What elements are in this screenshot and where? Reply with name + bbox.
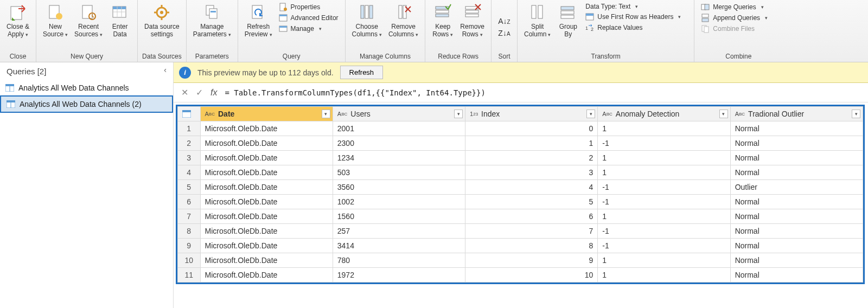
remove-columns-button[interactable]: Remove Columns <box>385 2 422 40</box>
properties-button[interactable]: Properties <box>278 2 340 12</box>
column-filter-button[interactable] <box>586 110 595 118</box>
enter-data-button[interactable]: Enter Data <box>106 2 134 39</box>
table-row[interactable]: 4Microsoft.OleDb.Date50331Normal <box>178 165 863 180</box>
column-header-anomaly[interactable]: ABCAnomaly Detection <box>598 107 730 121</box>
manage-parameters-button[interactable]: Manage Parameters <box>190 2 234 40</box>
cell-date[interactable]: Microsoft.OleDb.Date <box>200 268 333 283</box>
cell-anomaly[interactable]: 1 <box>598 165 730 180</box>
cell-anomaly[interactable]: -1 <box>598 239 730 253</box>
cell-outlier[interactable]: Normal <box>730 209 863 224</box>
new-source-button[interactable]: New Source <box>40 2 71 40</box>
recent-sources-button[interactable]: Recent Sources <box>71 2 106 40</box>
cell-index[interactable]: 2 <box>465 151 598 165</box>
row-number[interactable]: 8 <box>178 224 201 239</box>
column-filter-button[interactable] <box>719 110 728 118</box>
table-row[interactable]: 7Microsoft.OleDb.Date156061Normal <box>178 209 863 224</box>
table-row[interactable]: 2Microsoft.OleDb.Date23001-1Normal <box>178 136 863 151</box>
cell-date[interactable]: Microsoft.OleDb.Date <box>200 165 333 180</box>
row-number[interactable]: 9 <box>178 239 201 253</box>
cell-anomaly[interactable]: 1 <box>598 121 730 136</box>
cell-anomaly[interactable]: 1 <box>598 209 730 224</box>
cell-users[interactable]: 1972 <box>333 268 465 283</box>
cell-outlier[interactable]: Normal <box>730 253 863 268</box>
row-number[interactable]: 11 <box>178 268 201 283</box>
cell-outlier[interactable]: Normal <box>730 121 863 136</box>
refresh-preview-button[interactable]: Refresh Preview <box>241 2 276 40</box>
cell-index[interactable]: 9 <box>465 253 598 268</box>
formula-text[interactable]: = Table.TransformColumnTypes(df1,{{"Inde… <box>225 88 485 97</box>
table-row[interactable]: 6Microsoft.OleDb.Date10025-1Normal <box>178 195 863 209</box>
table-row[interactable]: 11Microsoft.OleDb.Date1972101Normal <box>178 268 863 283</box>
cell-anomaly[interactable]: -1 <box>598 136 730 151</box>
cell-index[interactable]: 10 <box>465 268 598 283</box>
cell-index[interactable]: 5 <box>465 195 598 209</box>
combine-files-button[interactable]: Combine Files <box>700 24 777 34</box>
grid-corner[interactable] <box>178 107 201 121</box>
cell-outlier[interactable]: Normal <box>730 239 863 253</box>
cell-anomaly[interactable]: -1 <box>598 224 730 239</box>
cell-outlier[interactable]: Normal <box>730 136 863 151</box>
column-filter-button[interactable] <box>852 110 860 118</box>
keep-rows-button[interactable]: Keep Rows <box>429 2 457 40</box>
cell-users[interactable]: 257 <box>333 224 465 239</box>
cell-users[interactable]: 1002 <box>333 195 465 209</box>
group-by-button[interactable]: Group By <box>554 2 582 39</box>
cell-date[interactable]: Microsoft.OleDb.Date <box>200 180 333 195</box>
row-number[interactable]: 7 <box>178 209 201 224</box>
fx-icon[interactable]: fx <box>210 88 217 98</box>
sort-desc-button[interactable]: Z↓A <box>498 29 510 37</box>
column-header-outlier[interactable]: ABCTradional Outlier <box>730 107 863 121</box>
cell-users[interactable]: 1234 <box>333 151 465 165</box>
cell-date[interactable]: Microsoft.OleDb.Date <box>200 121 333 136</box>
first-row-headers-button[interactable]: Use First Row as Headers <box>584 12 688 22</box>
row-number[interactable]: 4 <box>178 165 201 180</box>
notice-refresh-button[interactable]: Refresh <box>340 66 384 79</box>
sort-asc-button[interactable]: A↓Z <box>498 17 510 25</box>
column-filter-button[interactable] <box>322 110 330 118</box>
cell-anomaly[interactable]: 1 <box>598 151 730 165</box>
cell-anomaly[interactable]: -1 <box>598 180 730 195</box>
column-header-users[interactable]: ABCUsers <box>333 107 465 121</box>
cell-date[interactable]: Microsoft.OleDb.Date <box>200 209 333 224</box>
query-item-selected[interactable]: Analytics All Web Data Channels (2) <box>0 95 173 113</box>
cell-outlier[interactable]: Normal <box>730 151 863 165</box>
cell-index[interactable]: 6 <box>465 209 598 224</box>
cell-index[interactable]: 3 <box>465 165 598 180</box>
advanced-editor-button[interactable]: Advanced Editor <box>278 13 340 23</box>
cell-outlier[interactable]: Normal <box>730 165 863 180</box>
cell-users[interactable]: 2300 <box>333 136 465 151</box>
cell-anomaly[interactable]: 1 <box>598 253 730 268</box>
append-queries-button[interactable]: Append Queries <box>700 13 777 23</box>
row-number[interactable]: 1 <box>178 121 201 136</box>
data-type-button[interactable]: Data Type: Text <box>584 2 688 11</box>
cell-users[interactable]: 780 <box>333 253 465 268</box>
formula-cancel-icon[interactable]: ✕ <box>181 87 188 98</box>
collapse-pane-icon[interactable]: › <box>164 67 167 76</box>
cell-date[interactable]: Microsoft.OleDb.Date <box>200 151 333 165</box>
cell-index[interactable]: 8 <box>465 239 598 253</box>
table-row[interactable]: 10Microsoft.OleDb.Date78091Normal <box>178 253 863 268</box>
close-apply-button[interactable]: Close & Apply <box>3 2 33 40</box>
table-row[interactable]: 9Microsoft.OleDb.Date34148-1Normal <box>178 239 863 253</box>
cell-index[interactable]: 0 <box>465 121 598 136</box>
remove-rows-button[interactable]: Remove Rows <box>457 2 488 40</box>
cell-date[interactable]: Microsoft.OleDb.Date <box>200 195 333 209</box>
row-number[interactable]: 10 <box>178 253 201 268</box>
row-number[interactable]: 6 <box>178 195 201 209</box>
replace-values-button[interactable]: 12Replace Values <box>584 23 688 33</box>
cell-users[interactable]: 3560 <box>333 180 465 195</box>
cell-users[interactable]: 2001 <box>333 121 465 136</box>
row-number[interactable]: 3 <box>178 151 201 165</box>
cell-index[interactable]: 7 <box>465 224 598 239</box>
cell-users[interactable]: 3414 <box>333 239 465 253</box>
cell-date[interactable]: Microsoft.OleDb.Date <box>200 239 333 253</box>
cell-anomaly[interactable]: 1 <box>598 268 730 283</box>
cell-date[interactable]: Microsoft.OleDb.Date <box>200 224 333 239</box>
cell-anomaly[interactable]: -1 <box>598 195 730 209</box>
manage-button[interactable]: Manage <box>278 24 340 34</box>
table-row[interactable]: 5Microsoft.OleDb.Date35604-1Outlier <box>178 180 863 195</box>
cell-index[interactable]: 4 <box>465 180 598 195</box>
cell-outlier[interactable]: Normal <box>730 195 863 209</box>
formula-accept-icon[interactable]: ✓ <box>196 87 203 98</box>
cell-users[interactable]: 1560 <box>333 209 465 224</box>
